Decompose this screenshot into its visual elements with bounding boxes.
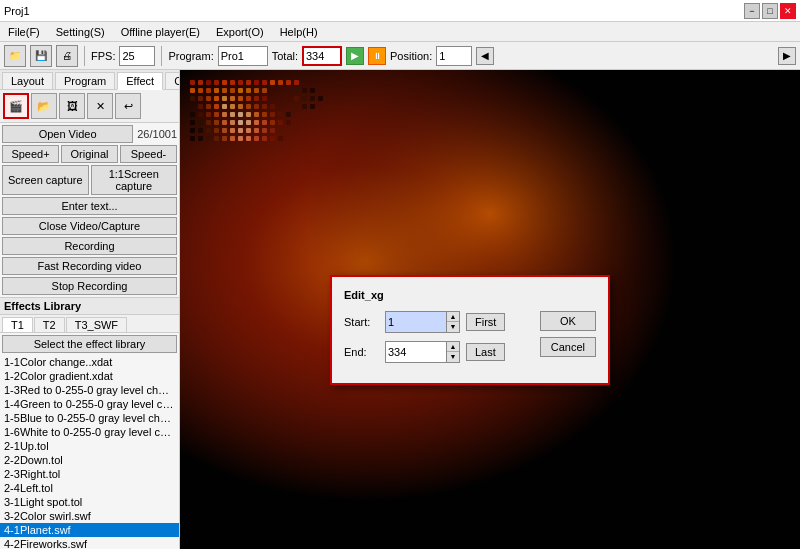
menu-file[interactable]: File(F) (4, 26, 44, 38)
list-item[interactable]: 1-5Blue to 0-255-0 gray level change (0, 411, 179, 425)
effects-tab-t3[interactable]: T3_SWF (66, 317, 127, 332)
list-item[interactable]: 4-2Fireworks.swf (0, 537, 179, 549)
svg-rect-73 (286, 120, 291, 125)
menu-help[interactable]: Help(H) (276, 26, 322, 38)
menu-setting[interactable]: Setting(S) (52, 26, 109, 38)
toolbar-btn-2[interactable]: 💾 (30, 45, 52, 67)
menu-offline[interactable]: Offline player(E) (117, 26, 204, 38)
list-item[interactable]: 2-2Down.tol (0, 453, 179, 467)
effect-btn-video[interactable]: 🎬 (3, 93, 29, 119)
svg-rect-85 (278, 128, 283, 133)
start-spin-up[interactable]: ▲ (447, 312, 459, 322)
list-item[interactable]: 1-3Red to 0-255-0 gray level change. (0, 383, 179, 397)
list-item[interactable]: 1-2Color gradient.xdat (0, 369, 179, 383)
svg-rect-16 (294, 80, 299, 85)
tab-layout[interactable]: Layout (2, 72, 53, 89)
list-item[interactable]: 3-2Color swirl.swf (0, 509, 179, 523)
prev-button[interactable]: ◀ (476, 47, 494, 65)
list-item[interactable]: 1-1Color change..xdat (0, 355, 179, 369)
close-button[interactable]: ✕ (780, 3, 796, 19)
fps-input[interactable] (119, 46, 155, 66)
enter-text-button[interactable]: Enter text... (2, 197, 177, 215)
screen-capture-button[interactable]: Screen capture (2, 165, 89, 195)
menu-bar: File(F) Setting(S) Offline player(E) Exp… (0, 22, 800, 42)
speed-minus-button[interactable]: Speed- (120, 145, 177, 163)
svg-rect-34 (246, 96, 251, 101)
screen-capture-row: Screen capture 1:1Screen capture (2, 165, 177, 195)
select-library-button[interactable]: Select the effect library (2, 335, 177, 353)
dialog-first-button[interactable]: First (466, 313, 505, 331)
effects-tab-t2[interactable]: T2 (34, 317, 65, 332)
total-input[interactable] (302, 46, 342, 66)
svg-rect-87 (198, 136, 203, 141)
svg-rect-56 (254, 112, 259, 117)
svg-rect-46 (262, 104, 267, 109)
stop-recording-button[interactable]: Stop Recording (2, 277, 177, 295)
end-spin-up[interactable]: ▲ (447, 342, 459, 352)
list-item[interactable]: 2-1Up.tol (0, 439, 179, 453)
list-item-selected[interactable]: 4-1Planet.swf (0, 523, 179, 537)
svg-rect-37 (190, 104, 195, 109)
list-item[interactable]: 1-6White to 0-255-0 gray level chang (0, 425, 179, 439)
effect-btn-undo[interactable]: ↩ (115, 93, 141, 119)
effect-btn-image[interactable]: 🖼 (59, 93, 85, 119)
open-video-button[interactable]: Open Video (2, 125, 133, 143)
list-item[interactable]: 3-1Light spot.tol (0, 495, 179, 509)
svg-rect-58 (270, 112, 275, 117)
main-area: Layout Program Effect Custom ◀ ▶ 🎬 📂 🖼 ✕… (0, 70, 800, 549)
effects-library-title: Effects Library (0, 297, 179, 315)
toolbar: 📁 💾 🖨 FPS: Program: Total: ▶ ⏸ Position:… (0, 42, 800, 70)
close-video-button[interactable]: Close Video/Capture (2, 217, 177, 235)
minimize-button[interactable]: − (744, 3, 760, 19)
dialog-start-input[interactable] (386, 312, 446, 332)
tab-custom[interactable]: Custom (165, 72, 180, 89)
left-panel: Layout Program Effect Custom ◀ ▶ 🎬 📂 🖼 ✕… (0, 70, 180, 549)
fast-recording-button[interactable]: Fast Recording video (2, 257, 177, 275)
toolbar-btn-1[interactable]: 📁 (4, 45, 26, 67)
dialog-ok-button[interactable]: OK (540, 311, 596, 331)
toolbar-btn-3[interactable]: 🖨 (56, 45, 78, 67)
svg-rect-18 (198, 88, 203, 93)
effect-btn-open[interactable]: 📂 (31, 93, 57, 119)
maximize-button[interactable]: □ (762, 3, 778, 19)
list-item[interactable]: 1-4Green to 0-255-0 gray level chanc (0, 397, 179, 411)
list-item[interactable]: 2-4Left.tol (0, 481, 179, 495)
effects-tab-t1[interactable]: T1 (2, 317, 33, 332)
svg-rect-3 (190, 80, 195, 85)
play-button[interactable]: ▶ (346, 47, 364, 65)
svg-rect-83 (262, 128, 267, 133)
svg-rect-105 (294, 104, 299, 109)
tab-effect[interactable]: Effect (117, 72, 163, 90)
svg-rect-88 (206, 136, 211, 141)
svg-rect-100 (310, 88, 315, 93)
menu-export[interactable]: Export(O) (212, 26, 268, 38)
start-spin-down[interactable]: ▼ (447, 322, 459, 332)
pause-button[interactable]: ⏸ (368, 47, 386, 65)
end-spin-down[interactable]: ▼ (447, 352, 459, 362)
speed-plus-button[interactable]: Speed+ (2, 145, 59, 163)
recording-button[interactable]: Recording (2, 237, 177, 255)
list-item[interactable]: 2-3Right.tol (0, 467, 179, 481)
next-button[interactable]: ▶ (778, 47, 796, 65)
svg-rect-50 (206, 112, 211, 117)
effect-btn-close[interactable]: ✕ (87, 93, 113, 119)
screen-capture-11-button[interactable]: 1:1Screen capture (91, 165, 178, 195)
svg-rect-4 (198, 80, 203, 85)
edit-dialog: Edit_xg Start: ▲ ▼ First (330, 275, 610, 385)
svg-rect-26 (262, 88, 267, 93)
tab-program[interactable]: Program (55, 72, 115, 89)
svg-rect-42 (230, 104, 235, 109)
dialog-cancel-button[interactable]: Cancel (540, 337, 596, 357)
program-input[interactable] (218, 46, 268, 66)
dialog-last-button[interactable]: Last (466, 343, 505, 361)
dialog-end-input[interactable] (386, 342, 446, 362)
svg-rect-99 (302, 88, 307, 93)
position-input[interactable] (436, 46, 472, 66)
svg-rect-96 (270, 136, 275, 141)
svg-rect-93 (246, 136, 251, 141)
svg-rect-33 (238, 96, 243, 101)
svg-rect-69 (254, 120, 259, 125)
svg-rect-74 (190, 128, 195, 133)
svg-rect-5 (206, 80, 211, 85)
original-button[interactable]: Original (61, 145, 118, 163)
